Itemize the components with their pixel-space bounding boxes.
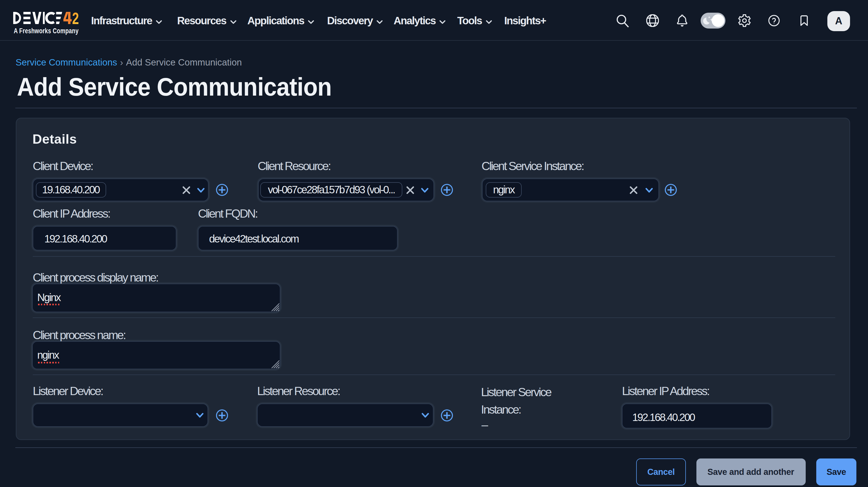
svg-text:2: 2 (72, 11, 79, 25)
